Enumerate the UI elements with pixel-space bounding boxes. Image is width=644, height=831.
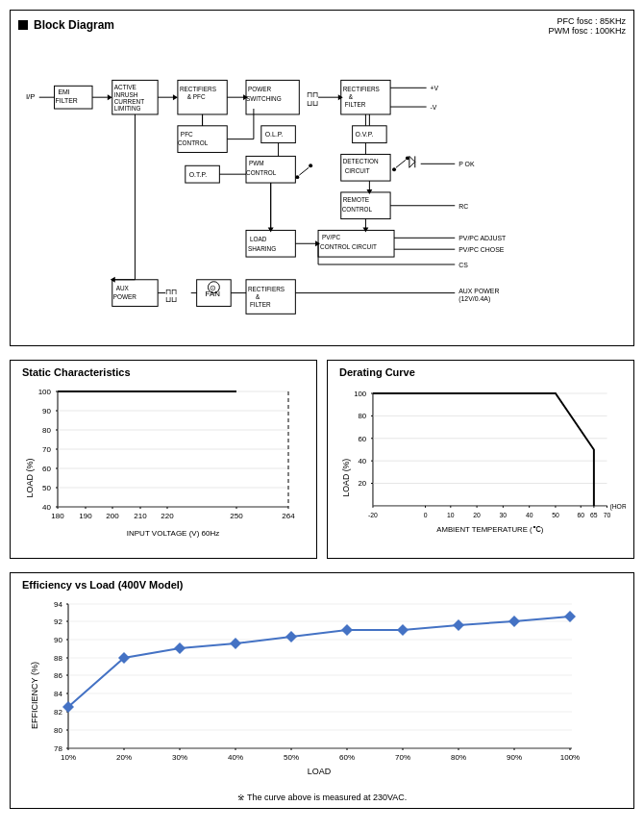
svg-text:AMBIENT TEMPERATURE (℃): AMBIENT TEMPERATURE (℃) (436, 525, 543, 534)
svg-rect-78 (246, 230, 295, 257)
svg-text:10: 10 (447, 512, 455, 518)
svg-text:DETECTION: DETECTION (343, 158, 379, 164)
svg-text:RECTIFIERS: RECTIFIERS (248, 286, 285, 292)
svg-text:65: 65 (590, 512, 598, 518)
svg-text:LOAD: LOAD (308, 767, 332, 776)
svg-text:EFFICIENCY (%): EFFICIENCY (%) (30, 662, 39, 729)
svg-text:FILTER: FILTER (56, 97, 78, 104)
svg-text:FILTER: FILTER (250, 301, 271, 308)
efficiency-chart-svg: EFFICIENCY (%) 78 80 82 84 86 88 90 92 9… (18, 594, 626, 787)
pfc-pwm-info: PFC fosc : 85KHz PWM fosc : 100KHz (548, 16, 626, 36)
svg-text:86: 86 (54, 671, 62, 680)
svg-text:ACTIVE: ACTIVE (114, 84, 136, 90)
svg-text:LOAD (%): LOAD (%) (25, 458, 35, 497)
static-chart-title: Static Characteristics (18, 366, 309, 378)
svg-text:264: 264 (282, 512, 295, 520)
svg-text:CONTROL CIRCUIT: CONTROL CIRCUIT (320, 243, 377, 250)
svg-text:90: 90 (42, 407, 51, 416)
svg-text:60: 60 (577, 512, 584, 518)
svg-text:P OK: P OK (458, 161, 475, 167)
svg-text:20: 20 (473, 512, 481, 518)
svg-text:⊓⊓: ⊓⊓ (307, 90, 318, 99)
svg-text:88: 88 (54, 654, 62, 663)
svg-text:40%: 40% (228, 753, 243, 762)
svg-text:O.T.P.: O.T.P. (189, 171, 207, 178)
svg-text:20%: 20% (116, 753, 132, 762)
charts-row: Static Characteristics LOAD (%) 40 50 60… (10, 360, 634, 559)
svg-text:20: 20 (358, 479, 366, 488)
svg-text:LOAD: LOAD (250, 236, 267, 242)
svg-text:⊓⊓: ⊓⊓ (165, 288, 177, 296)
svg-text:78: 78 (54, 744, 62, 753)
svg-text:250: 250 (230, 512, 243, 520)
svg-text:82: 82 (54, 708, 62, 717)
derating-curve-box: Derating Curve LOAD (%) 20 40 60 80 100 (327, 360, 634, 559)
svg-text:210: 210 (134, 512, 147, 520)
svg-text:POWER: POWER (248, 86, 272, 92)
svg-text:30%: 30% (172, 753, 187, 762)
svg-marker-60 (409, 156, 415, 167)
block-diagram-section: Block Diagram PFC fosc : 85KHz PWM fosc … (10, 10, 634, 346)
svg-line-57 (396, 160, 406, 167)
svg-text:84: 84 (54, 690, 62, 698)
svg-text:220: 220 (161, 512, 174, 520)
svg-text:AUX POWER: AUX POWER (458, 288, 499, 294)
svg-text:+V: +V (431, 85, 439, 91)
svg-text:⊔⊔: ⊔⊔ (165, 295, 177, 304)
svg-text:PFC: PFC (181, 131, 193, 138)
svg-text:LOAD (%): LOAD (%) (341, 459, 351, 497)
svg-text:50: 50 (552, 512, 559, 518)
svg-text:70: 70 (42, 445, 51, 454)
svg-text:200: 200 (106, 512, 119, 520)
svg-text:EMI: EMI (58, 88, 69, 95)
svg-point-38 (295, 175, 299, 179)
svg-text:I/P: I/P (26, 92, 36, 101)
svg-point-58 (392, 167, 396, 171)
svg-text:&: & (256, 293, 260, 300)
static-characteristics-box: Static Characteristics LOAD (%) 40 50 60… (10, 360, 317, 559)
svg-text:POWER: POWER (113, 293, 137, 300)
block-diagram-svg: I/P EMI FILTER ACTIVE INRUSH CURRENT LIM… (18, 38, 626, 336)
svg-text:RECTIFIERS: RECTIFIERS (180, 86, 216, 92)
svg-text:60: 60 (358, 435, 366, 443)
derating-chart-svg: LOAD (%) 20 40 60 80 100 (335, 382, 626, 550)
svg-text:40: 40 (358, 457, 366, 466)
svg-marker-255 (285, 631, 297, 642)
svg-text:CIRCUIT: CIRCUIT (345, 167, 370, 174)
svg-text:RECTIFIERS: RECTIFIERS (343, 86, 380, 92)
svg-text:40: 40 (526, 512, 533, 518)
svg-text:-V: -V (431, 104, 437, 111)
block-diagram-title: Block Diagram (34, 18, 114, 32)
svg-marker-260 (564, 611, 576, 622)
pfc-fosc: PFC fosc : 85KHz (548, 16, 626, 26)
svg-text:180: 180 (51, 512, 64, 520)
efficiency-chart-title: Efficiency vs Load (400V Model) (18, 579, 626, 591)
svg-text:90: 90 (54, 636, 62, 644)
svg-marker-256 (341, 624, 353, 636)
svg-point-59 (406, 156, 409, 160)
svg-text:REMOTE: REMOTE (343, 196, 369, 203)
svg-text:&: & (349, 93, 354, 100)
svg-text:PWM: PWM (249, 160, 264, 166)
svg-text:⊔⊔: ⊔⊔ (307, 99, 318, 108)
svg-text:60: 60 (42, 465, 51, 473)
svg-text:SWITCHING: SWITCHING (246, 95, 282, 102)
svg-marker-7 (108, 94, 112, 100)
svg-text:80: 80 (54, 726, 62, 735)
svg-text:94: 94 (54, 600, 62, 609)
svg-text:30: 30 (500, 512, 508, 518)
svg-text:80: 80 (358, 412, 366, 420)
svg-marker-257 (397, 624, 409, 636)
svg-text:CONTROL: CONTROL (246, 169, 277, 176)
svg-text:CS: CS (458, 262, 468, 268)
svg-text:AUX: AUX (116, 285, 130, 291)
svg-text:SHARING: SHARING (248, 245, 276, 252)
svg-text:70%: 70% (395, 753, 410, 762)
svg-text:70: 70 (604, 512, 611, 518)
svg-text:60%: 60% (339, 753, 355, 762)
svg-text:(12V/0.4A): (12V/0.4A) (458, 295, 490, 303)
derating-chart-title: Derating Curve (335, 366, 626, 378)
svg-marker-253 (174, 642, 186, 654)
svg-text:90%: 90% (507, 753, 522, 762)
svg-text:100: 100 (38, 388, 52, 396)
